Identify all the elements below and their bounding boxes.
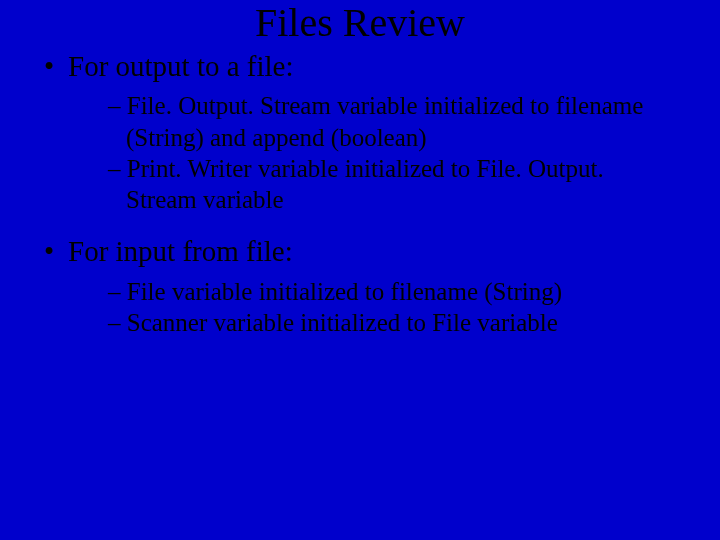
sub-bullet: – Scanner variable initialized to File v… bbox=[108, 307, 668, 338]
bullet-dot-icon: • bbox=[44, 233, 68, 269]
bullet-label: For output to a file: bbox=[68, 50, 294, 82]
slide: Files Review •For output to a file: – Fi… bbox=[0, 0, 720, 540]
slide-title: Files Review bbox=[0, 0, 720, 46]
sub-bullet: – Print. Writer variable initialized to … bbox=[108, 153, 668, 216]
sub-bullet-text: File variable initialized to filename (S… bbox=[127, 278, 562, 305]
sub-bullet: – File. Output. Stream variable initiali… bbox=[108, 90, 668, 153]
sub-bullet-text: Print. Writer variable initialized to Fi… bbox=[126, 155, 604, 213]
sub-bullets-input: – File variable initialized to filename … bbox=[108, 276, 668, 339]
bullet-input: •For input from file: bbox=[44, 233, 720, 269]
bullet-label: For input from file: bbox=[68, 235, 293, 267]
sub-bullet: – File variable initialized to filename … bbox=[108, 276, 668, 307]
bullet-dot-icon: • bbox=[44, 48, 68, 84]
sub-bullet-text: File. Output. Stream variable initialize… bbox=[126, 92, 643, 150]
sub-bullets-output: – File. Output. Stream variable initiali… bbox=[108, 90, 668, 215]
sub-bullet-text: Scanner variable initialized to File var… bbox=[127, 309, 558, 336]
bullet-output: •For output to a file: bbox=[44, 48, 720, 84]
